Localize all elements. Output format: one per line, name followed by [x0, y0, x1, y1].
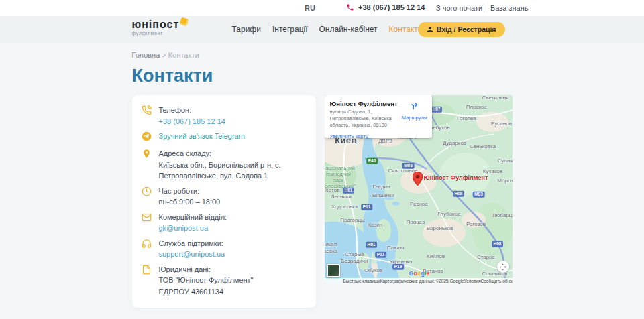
- road-badge: Н08: [453, 191, 465, 197]
- info-window-title: Юніпост Фулфілмент: [330, 100, 401, 107]
- company-name: ТОВ "Юніпост Фулфілмент": [159, 275, 254, 286]
- phone-icon: [346, 3, 354, 11]
- map-attribution-link[interactable]: Условия: [464, 279, 480, 283]
- road-badge: М03: [402, 163, 415, 169]
- logo-subtitle: фулфілмент: [132, 31, 189, 36]
- mail-icon: [142, 212, 153, 234]
- contact-label: Комерційний відділ:: [159, 212, 227, 223]
- breadcrumb-current: Контакти: [168, 51, 199, 59]
- road-badge: Н08: [492, 241, 504, 247]
- contact-item-phone: Телефон: +38 (067) 185 12 14: [142, 105, 305, 127]
- topbar-divider: [484, 3, 484, 12]
- contact-item-legal: Юридичні дані: ТОВ "Юніпост Фулфілмент" …: [142, 264, 305, 298]
- topbar-phone-link[interactable]: +38 (067) 185 12 14: [358, 3, 425, 11]
- road-badge: Н01: [366, 242, 378, 248]
- contact-label: Телефон:: [159, 105, 225, 116]
- road-badge: Н07: [431, 107, 443, 113]
- map-marker-pin[interactable]: [413, 172, 423, 188]
- page-title: Контакти: [132, 66, 513, 86]
- move-arrows-icon: [499, 263, 506, 271]
- telegram-link[interactable]: Зручний зв'язок Telegram: [159, 132, 245, 140]
- working-hours: пн-сб 9:00 – 18:00: [159, 196, 221, 208]
- contact-label: Адреса складу:: [159, 148, 305, 160]
- breadcrumb-home[interactable]: Головна: [132, 51, 160, 59]
- contact-item-address: Адреса складу: Київська обл., Бориспільс…: [142, 148, 305, 182]
- nav-online-cabinet[interactable]: Онлайн-кабінет: [319, 25, 378, 34]
- directions-button[interactable]: Маршруты: [401, 100, 428, 135]
- link-how-to-start[interactable]: З чого почати: [436, 4, 482, 12]
- google-logo-letter: e: [427, 270, 430, 277]
- road-badge: Р01: [375, 252, 387, 258]
- contact-item-support: Служба підтримки: support@unipost.ua: [142, 238, 305, 260]
- logo-title: юніпост: [132, 19, 180, 30]
- map-info-window: Юніпост Фулфілмент вулиця Садова, 1, Пет…: [325, 95, 432, 138]
- map-pan-control[interactable]: [497, 261, 509, 273]
- phone-link[interactable]: +38 (067) 185 12 14: [159, 117, 225, 125]
- routes-label: Маршруты: [401, 115, 428, 121]
- contact-label: Час роботи:: [159, 186, 221, 197]
- commercial-email-link[interactable]: gk@unipost.ua: [159, 224, 209, 232]
- map-attribution-link[interactable]: Сообщить об ошибке на карте: [481, 279, 513, 283]
- phone-call-icon: [142, 105, 153, 127]
- nav-tariffs[interactable]: Тарифи: [232, 25, 261, 34]
- user-icon: [427, 26, 433, 33]
- contact-item-telegram: Зручний зв'язок Telegram: [142, 131, 305, 144]
- directions-icon: [410, 101, 419, 113]
- logo[interactable]: юніпост фулфілмент: [132, 19, 189, 36]
- location-pin-icon: [142, 148, 153, 182]
- map-attribution-link[interactable]: Быстрые клавиши: [343, 279, 380, 283]
- support-email-link[interactable]: support@unipost.ua: [159, 250, 225, 258]
- document-icon: [142, 264, 153, 298]
- breadcrumb: Головна > Контакти: [132, 51, 513, 59]
- road-badge: Н01: [343, 188, 355, 194]
- info-window-address: вулиця Садова, 1, Петропавлівське, Київс…: [330, 109, 401, 129]
- map-attribution-bar: Быстрые клавишиКартографические данные ©…: [325, 278, 513, 284]
- top-utility-bar: RU +38 (067) 185 12 14 З чого почати Баз…: [0, 0, 644, 16]
- login-register-button[interactable]: Вхід / Реєстрація: [418, 22, 505, 37]
- map-marker-label: Юніпост Фулфілмент: [424, 174, 488, 181]
- telegram-icon: [142, 131, 153, 144]
- main-header: юніпост фулфілмент Тарифи Інтеграції Онл…: [0, 16, 644, 43]
- clock-icon: [142, 186, 153, 208]
- contact-item-commercial: Комерційний відділ: gk@unipost.ua: [142, 212, 305, 234]
- road-badge: М03: [472, 192, 485, 198]
- headset-icon: [142, 238, 153, 260]
- road-badge: Р01: [361, 204, 373, 210]
- logo-icon: [180, 17, 189, 27]
- google-logo[interactable]: Google: [409, 270, 430, 277]
- road-badge: E40: [366, 158, 378, 164]
- enlarge-map-link[interactable]: Увеличить карту: [330, 133, 368, 139]
- company-edrpou: ЕДРПОУ 43601134: [159, 286, 254, 298]
- google-logo-letter: G: [409, 270, 414, 277]
- contacts-card: Телефон: +38 (067) 185 12 14 Зручний зв'…: [132, 95, 316, 308]
- google-map[interactable]: КиевДВРЗСветильняПлоскоеРусановГоголевТр…: [325, 95, 513, 284]
- language-switcher[interactable]: RU: [305, 4, 315, 12]
- map-attribution-link[interactable]: Картографические данные ©2025 Google: [380, 279, 464, 283]
- contact-label: Юридичні дані:: [159, 264, 254, 275]
- nav-integrations[interactable]: Інтеграції: [272, 25, 308, 34]
- warehouse-address: Київська обл., Бориспільский р-н, с. Пет…: [159, 160, 305, 182]
- main-nav: Тарифи Інтеграції Онлайн-кабінет Контакт…: [232, 16, 423, 43]
- contact-label: Служба підтримки:: [159, 238, 225, 249]
- link-knowledge-base[interactable]: База знань: [490, 4, 528, 12]
- satellite-view-thumbnail[interactable]: [327, 264, 340, 277]
- road-badge: Р19: [392, 264, 405, 270]
- contact-item-hours: Час роботи: пн-сб 9:00 – 18:00: [142, 186, 305, 208]
- login-button-label: Вхід / Реєстрація: [437, 25, 496, 34]
- breadcrumb-separator: >: [162, 51, 166, 59]
- page-content: Головна > Контакти Контакти Телефон: +38…: [0, 43, 644, 319]
